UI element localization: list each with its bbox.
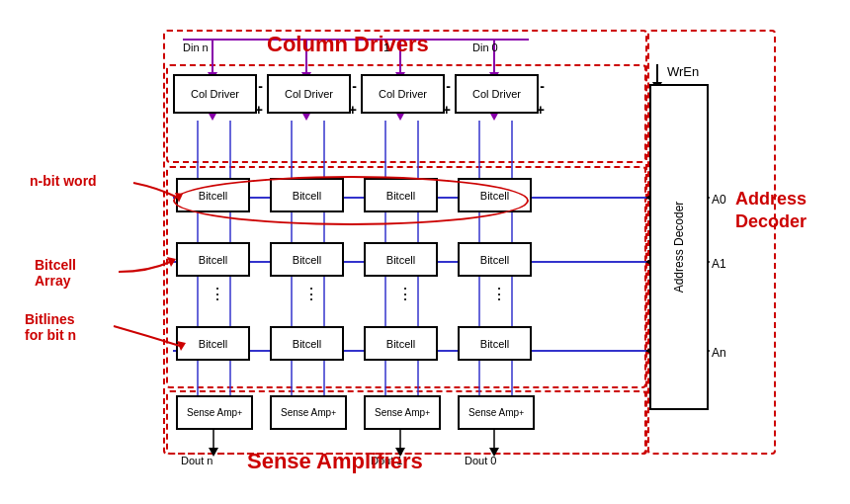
bitcell-r3-c3: Bitcell xyxy=(364,326,438,361)
bitcell-r2-c2: Bitcell xyxy=(270,242,344,277)
col-driver-3: Col Driver - + xyxy=(361,74,445,114)
sense-amp-4: Sense Amp + xyxy=(458,395,535,430)
addr-decoder-box: Address Decoder xyxy=(649,84,709,410)
din-n-label: Din n xyxy=(183,42,209,53)
address-decoder-label: Address Decoder xyxy=(731,188,810,234)
bitcell-r2-c3: Bitcell xyxy=(364,242,438,277)
sense-amplifiers-label: Sense Amplifiers xyxy=(247,449,423,474)
minus-1: - xyxy=(258,78,263,94)
bitlines-label: Bitlinesfor bit n xyxy=(25,311,119,343)
dots-c4: ⋮ xyxy=(491,285,507,303)
minus-3: - xyxy=(446,78,451,94)
bitcell-r3-c2: Bitcell xyxy=(270,326,344,361)
column-drivers-label: Column Drivers xyxy=(267,32,429,57)
sense-amp-2: Sense Amp + xyxy=(270,395,347,430)
dots-c2: ⋮ xyxy=(303,285,319,303)
nbit-word-ellipse xyxy=(173,176,529,225)
wren-label: WrEn xyxy=(667,64,699,79)
plus-2: + xyxy=(349,102,357,118)
bitcell-r3-c1: Bitcell xyxy=(176,326,250,361)
dout-0-label: Dout 0 xyxy=(465,455,496,466)
bitcell-array-label: BitcellArray xyxy=(35,257,119,289)
bitcell-r2-c4: Bitcell xyxy=(458,242,532,277)
dots-c3: ⋮ xyxy=(397,285,413,303)
col-driver-4: Col Driver - + xyxy=(455,74,539,114)
plus-3: + xyxy=(443,102,451,118)
a0-label: A0 xyxy=(712,193,726,207)
a1-label: A1 xyxy=(712,257,726,271)
plus-1: + xyxy=(255,102,263,118)
col-driver-2: Col Driver - + xyxy=(267,74,351,114)
nbit-word-label: n-bit word xyxy=(30,173,97,189)
col-driver-1: Col Driver - + xyxy=(173,74,257,114)
plus-4: + xyxy=(537,102,545,118)
dout-n-label: Dout n xyxy=(181,455,212,466)
an-label: An xyxy=(712,346,726,360)
minus-4: - xyxy=(540,78,545,94)
bitcell-r2-c1: Bitcell xyxy=(176,242,250,277)
dots-c1: ⋮ xyxy=(210,285,225,303)
diagram-container: Column Drivers Din n 1 Din 0 Col Driver … xyxy=(20,10,830,494)
sense-amp-3: Sense Amp + xyxy=(364,395,441,430)
sense-amp-1: Sense Amp + xyxy=(176,395,253,430)
din-1-label: 1 xyxy=(383,42,389,53)
minus-2: - xyxy=(352,78,357,94)
bitcell-r3-c4: Bitcell xyxy=(458,326,532,361)
addr-decoder-text: Address Decoder xyxy=(672,202,686,294)
din-0-label: Din 0 xyxy=(472,42,498,53)
